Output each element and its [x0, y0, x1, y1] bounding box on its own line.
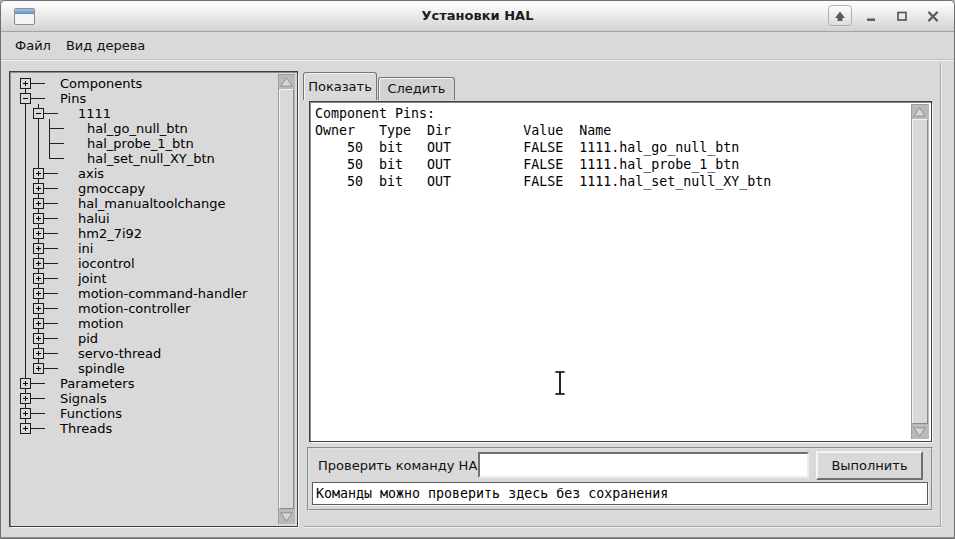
tree-item-hal_set_null_XY_btn[interactable]: hal_set_null_XY_btn — [87, 151, 215, 166]
tree-connector-line — [30, 428, 45, 429]
scroll-up-button[interactable] — [279, 75, 294, 88]
tree-item-spindle[interactable]: spindle — [78, 361, 125, 376]
tree-item-pid[interactable]: pid — [78, 331, 98, 346]
scroll-up-button[interactable] — [912, 105, 927, 118]
tree-connector-line — [30, 83, 45, 84]
expand-icon[interactable] — [20, 393, 31, 404]
tree-item-Signals[interactable]: Signals — [60, 391, 107, 406]
expand-icon[interactable] — [20, 423, 31, 434]
tree-item-iocontrol[interactable]: iocontrol — [78, 256, 135, 271]
tab-show[interactable]: Показать — [303, 72, 377, 100]
tree-item-Functions[interactable]: Functions — [60, 406, 122, 421]
display-scrollbar[interactable] — [911, 104, 929, 439]
close-button[interactable] — [921, 5, 945, 26]
tree-item-Pins[interactable]: Pins — [60, 91, 86, 106]
tree-item-servo-thread[interactable]: servo-thread — [78, 346, 161, 361]
panel-divider — [304, 526, 942, 528]
tree-item-motion-command-handler[interactable]: motion-command-handler — [78, 286, 247, 301]
tree-item-Components[interactable]: Components — [60, 76, 142, 91]
tree-connector-line — [49, 158, 64, 159]
tree-connector-line — [43, 113, 58, 114]
tree-connector-line — [30, 383, 45, 384]
tree-connector-line — [43, 338, 58, 339]
panel-divider — [940, 63, 942, 527]
scroll-up-icon — [913, 107, 926, 117]
square-icon — [895, 9, 909, 23]
tree-item-gmoccapy[interactable]: gmoccapy — [78, 181, 145, 196]
x-icon — [926, 9, 940, 23]
maximize-button[interactable] — [890, 5, 914, 26]
tree-item-Parameters[interactable]: Parameters — [60, 376, 134, 391]
tree-connector-line — [43, 278, 58, 279]
expand-icon[interactable] — [33, 168, 44, 179]
tree-connector-line — [49, 128, 64, 129]
expand-icon[interactable] — [33, 333, 44, 344]
scrollbar-thumb[interactable] — [912, 119, 928, 424]
tree-item-hal_go_null_btn[interactable]: hal_go_null_btn — [87, 121, 188, 136]
expand-icon[interactable] — [33, 243, 44, 254]
tree-connector-line — [30, 413, 45, 414]
pins-display: Component Pins: Owner Type Dir Value Nam… — [315, 105, 907, 438]
expand-icon[interactable] — [33, 363, 44, 374]
tree-item-motion[interactable]: motion — [78, 316, 124, 331]
menu-item-tree-view[interactable]: Вид дерева — [66, 38, 145, 53]
shade-button[interactable] — [828, 5, 852, 26]
tree-connector-line — [43, 248, 58, 249]
tree-item-hal_manualtoolchange[interactable]: hal_manualtoolchange — [78, 196, 225, 211]
expand-icon[interactable] — [20, 78, 31, 89]
tree-connector-line — [43, 218, 58, 219]
tree-connector-line — [43, 308, 58, 309]
scroll-down-button[interactable] — [912, 425, 927, 438]
tree-connector-line — [30, 98, 45, 99]
expand-icon[interactable] — [20, 378, 31, 389]
tree-panel: ComponentsPins1111hal_go_null_btnhal_pro… — [9, 71, 298, 527]
expand-icon[interactable] — [33, 318, 44, 329]
expand-icon[interactable] — [33, 213, 44, 224]
expand-icon[interactable] — [33, 258, 44, 269]
tree-item-Threads[interactable]: Threads — [60, 421, 112, 436]
command-frame: Проверить команду HAL: Выполнить Команды… — [307, 447, 933, 511]
tree-connector-line — [43, 323, 58, 324]
tree-item-halui[interactable]: halui — [78, 211, 110, 226]
window-title: Установки HAL — [1, 8, 954, 23]
scroll-down-button[interactable] — [279, 510, 294, 523]
tree-item-hal_probe_1_btn[interactable]: hal_probe_1_btn — [87, 136, 194, 151]
collapse-icon[interactable] — [20, 93, 31, 104]
expand-icon[interactable] — [33, 198, 44, 209]
expand-icon[interactable] — [33, 183, 44, 194]
expand-icon[interactable] — [33, 228, 44, 239]
expand-icon[interactable] — [33, 273, 44, 284]
tree-connector-line — [43, 173, 58, 174]
execute-button[interactable]: Выполнить — [816, 451, 923, 480]
tree-scrollbar[interactable] — [278, 74, 295, 524]
hal-command-input[interactable] — [478, 452, 809, 478]
menu-item-file[interactable]: Файл — [15, 38, 51, 53]
tree-connector-line — [43, 263, 58, 264]
menubar: Файл Вид дерева — [1, 32, 954, 60]
display-frame: Component Pins: Owner Type Dir Value Nam… — [309, 101, 932, 442]
tree-item-hm2_7i92[interactable]: hm2_7i92 — [78, 226, 142, 241]
tree-item-joint[interactable]: joint — [78, 271, 107, 286]
expand-icon[interactable] — [33, 348, 44, 359]
scroll-down-icon — [913, 427, 926, 437]
expand-icon[interactable] — [20, 408, 31, 419]
tree-connector-line — [43, 368, 58, 369]
tree-item-motion-controller[interactable]: motion-controller — [78, 301, 190, 316]
tree-item-1111[interactable]: 1111 — [78, 106, 111, 121]
scrollbar-thumb[interactable] — [279, 89, 294, 509]
tree-connector-line — [43, 233, 58, 234]
tree-connector-line — [43, 188, 58, 189]
collapse-icon[interactable] — [33, 108, 44, 119]
tree-connector-line — [43, 203, 58, 204]
tree-item-ini[interactable]: ini — [78, 241, 93, 256]
tab-watch[interactable]: Следить — [378, 77, 455, 100]
expand-icon[interactable] — [33, 288, 44, 299]
titlebar[interactable]: Установки HAL — [1, 1, 954, 32]
status-line: Команды можно проверить здесь без сохран… — [312, 482, 928, 505]
tree-item-axis[interactable]: axis — [78, 166, 104, 181]
i-beam-cursor-icon — [552, 369, 568, 401]
hal-tree: ComponentsPins1111hal_go_null_btnhal_pro… — [12, 74, 276, 524]
minimize-button[interactable] — [859, 5, 883, 26]
window-controls — [828, 5, 945, 26]
expand-icon[interactable] — [33, 303, 44, 314]
